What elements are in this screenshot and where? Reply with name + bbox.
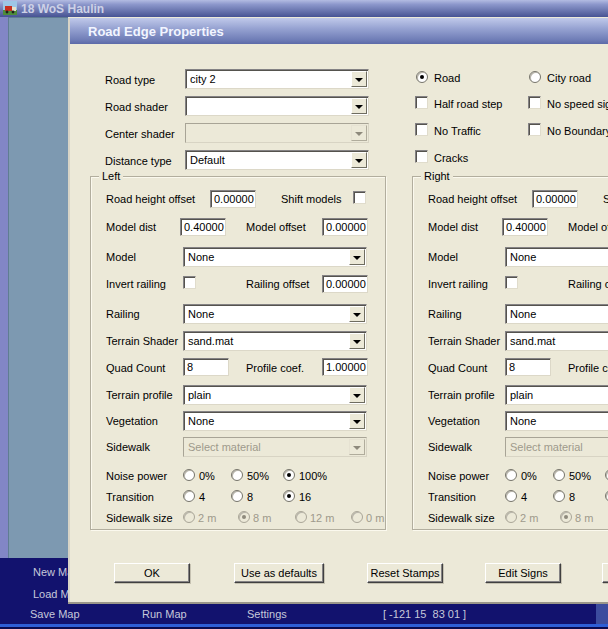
coordinates-readout: [ -121 15 83 01 ] (383, 608, 466, 620)
noise-0-radio[interactable] (505, 469, 517, 481)
no-boundary-checkbox[interactable] (528, 123, 541, 136)
use-as-defaults-button[interactable]: Use as defaults (234, 563, 324, 583)
model-combo[interactable]: None (505, 247, 608, 267)
menu-item-run-map[interactable]: Run Map (142, 608, 187, 620)
invert-railing-checkbox[interactable] (183, 276, 196, 289)
map-viewport[interactable] (8, 17, 68, 558)
size-2m-radio (183, 511, 195, 523)
invert-railing-label: Invert railing (106, 278, 166, 291)
noise-100-radio[interactable] (283, 469, 295, 481)
cracks-checkbox[interactable] (415, 150, 428, 163)
half-road-step-checkbox[interactable] (415, 96, 428, 109)
main-window-title: 18 WoS Haulin (21, 2, 104, 16)
transition-4-label: 4 (199, 491, 205, 504)
terrain-shader-label: Terrain Shader (428, 335, 500, 348)
edit-signs-button[interactable]: Edit Signs (485, 563, 561, 583)
invert-railing-checkbox[interactable] (505, 276, 518, 289)
chevron-down-icon[interactable] (349, 333, 365, 349)
terrain-shader-combo[interactable]: sand.mat (505, 331, 608, 351)
vegetation-combo[interactable]: None (505, 411, 608, 431)
noise-100-label: 100% (299, 470, 327, 483)
noise-power-label: Noise power (428, 470, 489, 483)
chevron-down-icon[interactable] (351, 98, 367, 114)
noise-power-label: Noise power (106, 470, 167, 483)
transition-4-radio[interactable] (505, 490, 517, 502)
menu-item-settings[interactable]: Settings (247, 608, 287, 620)
model-combo[interactable]: None (183, 247, 367, 267)
terrain-profile-combo[interactable]: plain (183, 385, 367, 405)
railing-label: Railing (428, 308, 462, 321)
road-type-combo[interactable]: city 2 (185, 69, 369, 89)
terrain-profile-label: Terrain profile (428, 389, 495, 402)
profile-coef-label: Profile coef. (568, 362, 608, 375)
sidewalk-combo: Select material (183, 437, 367, 457)
shift-models-checkbox[interactable] (353, 191, 366, 204)
road-height-offset-input[interactable]: 0.00000 (210, 190, 256, 208)
transition-label: Transition (106, 491, 154, 504)
railing-combo[interactable]: None (505, 304, 608, 324)
railing-offset-label: Railing offset (246, 278, 309, 291)
sidewalk-label: Sidewalk (428, 441, 472, 454)
terrain-profile-combo[interactable]: plain (505, 385, 608, 405)
terrain-shader-combo[interactable]: sand.mat (183, 331, 367, 351)
reset-stamps-button[interactable]: Reset Stamps (367, 563, 443, 583)
railing-label: Railing (106, 308, 140, 321)
chevron-down-icon[interactable] (349, 387, 365, 403)
transition-8-label: 8 (569, 491, 575, 504)
transition-16-label: 16 (299, 491, 311, 504)
road-radio-label: Road (434, 72, 460, 85)
quad-count-input[interactable]: 8 (183, 358, 229, 376)
model-offset-input[interactable]: 0.00000 (322, 218, 368, 236)
chevron-down-icon[interactable] (349, 306, 365, 322)
city-road-radio[interactable] (529, 71, 541, 83)
menu-item-new-map[interactable]: New Map (33, 566, 68, 578)
ok-button[interactable]: OK (114, 563, 190, 583)
no-traffic-checkbox[interactable] (415, 123, 428, 136)
menu-item-partial[interactable] (596, 602, 608, 624)
dialog-body: Road type city 2 Road shader Center shad… (70, 44, 608, 602)
no-speed-sign-checkbox[interactable] (528, 96, 541, 109)
menu-item-load-map[interactable]: Load Map (33, 588, 68, 600)
noise-0-radio[interactable] (183, 469, 195, 481)
invert-railing-label: Invert railing (428, 278, 488, 291)
vegetation-combo[interactable]: None (183, 411, 367, 431)
railing-offset-input[interactable]: 0.00000 (322, 275, 368, 293)
model-dist-label: Model dist (106, 221, 156, 234)
sidewalk-size-label: Sidewalk size (106, 512, 173, 525)
partial-button[interactable] (602, 563, 608, 583)
noise-50-radio[interactable] (553, 469, 565, 481)
road-height-offset-input[interactable]: 0.00000 (532, 190, 578, 208)
distance-type-combo[interactable]: Default (185, 150, 369, 170)
terrain-profile-label: Terrain profile (106, 389, 173, 402)
noise-0-label: 0% (521, 470, 537, 483)
model-dist-input[interactable]: 0.40000 (502, 218, 548, 236)
railing-offset-label: Railing offset (568, 278, 608, 291)
transition-8-radio[interactable] (231, 490, 243, 502)
size-2m-radio (505, 511, 517, 523)
railing-combo[interactable]: None (183, 304, 367, 324)
profile-coef-input[interactable]: 1.00000 (322, 358, 368, 376)
road-radio[interactable] (416, 71, 428, 83)
model-dist-input[interactable]: 0.40000 (180, 218, 226, 236)
transition-16-radio[interactable] (283, 490, 295, 502)
road-type-label: Road type (105, 74, 155, 87)
transition-4-radio[interactable] (183, 490, 195, 502)
dialog-titlebar[interactable]: Road Edge Properties (70, 18, 608, 44)
terrain-shader-label: Terrain Shader (106, 335, 178, 348)
size-2m-label: 2 m (198, 512, 216, 525)
noise-50-radio[interactable] (231, 469, 243, 481)
menu-item-save-map[interactable]: Save Map (30, 608, 80, 620)
transition-label: Transition (428, 491, 476, 504)
quad-count-input[interactable]: 8 (505, 358, 551, 376)
model-dist-label: Model dist (428, 221, 478, 234)
chevron-down-icon[interactable] (351, 152, 367, 168)
transition-8-radio[interactable] (553, 490, 565, 502)
chevron-down-icon[interactable] (351, 71, 367, 87)
quad-count-label: Quad Count (428, 362, 487, 375)
shift-models-label: Shift models (281, 193, 342, 206)
chevron-down-icon[interactable] (349, 249, 365, 265)
profile-coef-label: Profile coef. (246, 362, 304, 375)
model-label: Model (428, 251, 458, 264)
road-shader-combo[interactable] (185, 96, 369, 116)
chevron-down-icon[interactable] (349, 413, 365, 429)
